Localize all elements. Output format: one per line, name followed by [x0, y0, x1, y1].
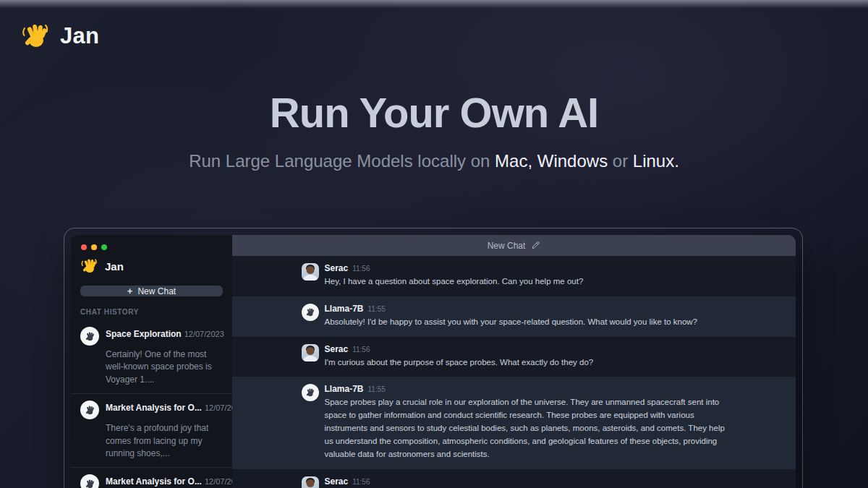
- message-time: 11:55: [368, 385, 386, 393]
- chat-history-list: Space Exploration 12/07/2023 Certainly! …: [71, 320, 232, 488]
- message-text: I'm curious about the purpose of space p…: [325, 356, 727, 369]
- hero-section: Run Your Own AI Run Large Language Model…: [0, 91, 868, 171]
- history-item-preview: There's a profound joy that comes from l…: [106, 422, 223, 460]
- message-row: Llama-7B 11:55 Space probes play a cruci…: [232, 377, 796, 468]
- top-edge-glow: [0, 0, 868, 9]
- message-time: 11:55: [368, 305, 386, 313]
- edit-title-icon[interactable]: [531, 241, 540, 250]
- user-avatar: [302, 344, 319, 361]
- sidebar-logo: Jan: [71, 250, 232, 275]
- assistant-avatar: [80, 474, 99, 488]
- history-item-title: Space Exploration: [106, 329, 182, 339]
- user-avatar: [302, 476, 319, 488]
- history-item-preview: Certainly! One of the most well-known sp…: [106, 348, 223, 386]
- site-logo[interactable]: Jan: [22, 22, 99, 51]
- message-row: Serac 11:56 That's fascinating! Can you …: [232, 469, 796, 488]
- user-avatar: [302, 263, 319, 281]
- assistant-avatar: [302, 304, 319, 321]
- assistant-avatar: [302, 384, 319, 401]
- message-text: Hey, I have a question about space explo…: [325, 275, 727, 288]
- close-window-button[interactable]: [81, 244, 87, 250]
- message-author: Llama-7B: [325, 384, 364, 394]
- sidebar-brand-name: Jan: [105, 260, 124, 273]
- message-author: Serac: [325, 344, 349, 354]
- history-item-date: 12/07/2023: [184, 330, 224, 338]
- chat-header: New Chat: [232, 235, 796, 256]
- plus-icon: +: [127, 286, 133, 296]
- subtitle-linux: Linux.: [633, 151, 679, 171]
- message-row: Serac 11:56 Hey, I have a question about…: [232, 256, 796, 296]
- app-screenshot-frame: Jan + New Chat CHAT HISTORY Space Explor…: [64, 228, 803, 488]
- message-author: Llama-7B: [325, 304, 364, 314]
- waving-hand-icon: [22, 22, 51, 51]
- history-item-title: Market Analysis for O...: [106, 476, 202, 487]
- window-controls: [71, 235, 232, 250]
- assistant-avatar: [80, 327, 99, 346]
- subtitle-prefix: Run Large Language Models locally on: [189, 151, 495, 171]
- chat-main-panel: New Chat Serac 11:56 Hey, I have a quest…: [232, 235, 796, 488]
- subtitle-mac: Mac,: [495, 151, 532, 171]
- hero-title: Run Your Own AI: [0, 91, 868, 135]
- message-time: 11:56: [352, 346, 370, 354]
- subtitle-or: or: [608, 151, 633, 171]
- sidebar: Jan + New Chat CHAT HISTORY Space Explor…: [71, 235, 232, 488]
- assistant-avatar: [80, 401, 99, 419]
- waving-hand-icon: [81, 257, 98, 275]
- new-chat-button[interactable]: + New Chat: [80, 286, 223, 296]
- message-time: 11:56: [352, 265, 370, 273]
- message-author: Serac: [325, 476, 349, 487]
- jan-app-window: Jan + New Chat CHAT HISTORY Space Explor…: [71, 235, 796, 488]
- message-row: Llama-7B 11:55 Absolutely! I'd be happy …: [232, 296, 796, 337]
- subtitle-windows: Windows: [537, 151, 608, 171]
- message-row: Serac 11:56 I'm curious about the purpos…: [232, 337, 796, 377]
- message-author: Serac: [325, 263, 349, 273]
- message-text: Space probes play a crucial role in our …: [325, 396, 727, 461]
- brand-name: Jan: [60, 23, 99, 49]
- message-text: Absolutely! I'd be happy to assist you w…: [325, 316, 727, 329]
- message-time: 11:56: [352, 478, 370, 486]
- history-item-market-analysis-2[interactable]: Market Analysis for O... 12/07/2023 Ther…: [71, 467, 232, 488]
- chat-history-heading: CHAT HISTORY: [71, 296, 232, 320]
- new-chat-label: New Chat: [137, 286, 176, 296]
- history-item-market-analysis-1[interactable]: Market Analysis for O... 12/07/2023 Ther…: [71, 393, 232, 467]
- zoom-window-button[interactable]: [101, 244, 107, 250]
- history-item-title: Market Analysis for O...: [106, 403, 202, 413]
- chat-title: New Chat: [488, 241, 526, 251]
- minimize-window-button[interactable]: [91, 244, 97, 250]
- history-item-space-exploration[interactable]: Space Exploration 12/07/2023 Certainly! …: [71, 320, 232, 393]
- hero-subtitle: Run Large Language Models locally on Mac…: [0, 151, 868, 171]
